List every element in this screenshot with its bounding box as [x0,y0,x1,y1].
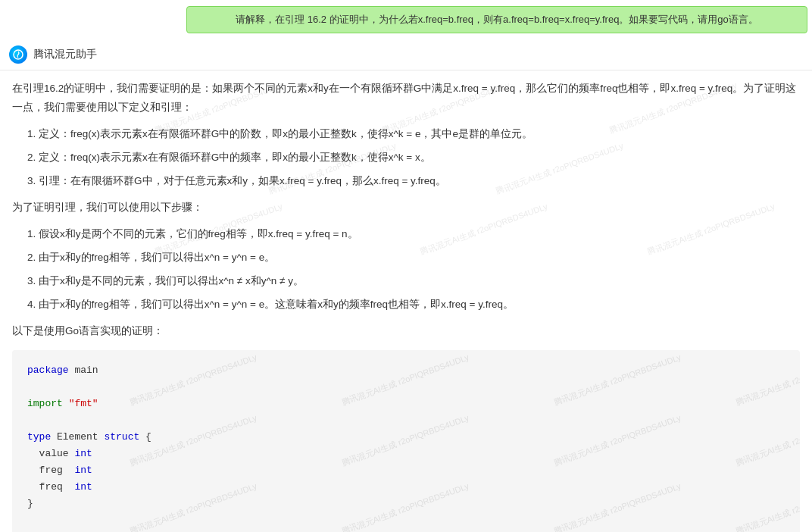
code-block: 腾讯混元AI生成 r2oPIQRBDS4UDLy 腾讯混元AI生成 r2oPIQ… [12,350,800,532]
main-content: 腾讯混元AI生成 r2oPIQRBDS4UDLy 腾讯混元AI生成 r2oPIQ… [0,70,812,532]
code-line-2 [27,379,785,396]
code-package-name: main [74,365,98,376]
step-2: 2. 由于x和y的freg相等，我们可以得出x^n = y^n = e。 [27,249,800,268]
code-line-10 [27,513,785,530]
paragraph-3: 以下是使用Go语言实现的证明： [12,322,800,341]
code-line-1: package main [27,362,785,379]
code-indent [27,448,39,459]
code-line-3: import "fmt" [27,396,785,412]
notification-text: 请解释，在引理 16.2 的证明中，为什么若x.freq=b.freq，则有a.… [236,14,758,25]
keyword-type: type [27,431,51,443]
definition-1: 1. 定义：freg(x)表示元素x在有限循环群G中的阶数，即x的最小正整数k，… [27,125,800,144]
code-line-5: type Element struct { [27,429,785,446]
keyword-import: import [27,398,63,409]
code-line-8: freq int [27,479,785,496]
type-int-1: int [74,448,92,459]
definition-2: 2. 定义：freq(x)表示元素x在有限循环群G中的频率，即x的最小正整数k，… [27,149,800,167]
definition-3: 3. 引理：在有限循环群G中，对于任意元素x和y，如果x.freq = y.fr… [27,172,800,191]
field-freq: freq [39,481,75,493]
paragraph-2: 为了证明引理，我们可以使用以下步骤： [12,199,800,217]
app-logo [9,45,27,64]
type-int-2: int [74,465,92,476]
code-line-4 [27,412,785,429]
step-3: 3. 由于x和y是不同的元素，我们可以得出x^n ≠ x和y^n ≠ y。 [27,272,800,291]
paragraph-1: 在引理16.2的证明中，我们需要证明的是：如果两个不同的元素x和y在一个有限循环… [12,80,800,117]
code-brace-close: } [27,498,33,509]
code-line-11: func main() { [27,530,785,532]
header: 腾讯混元助手 [0,39,812,70]
app-title: 腾讯混元助手 [33,48,97,61]
definitions-list: 1. 定义：freg(x)表示元素x在有限循环群G中的阶数，即x的最小正整数k，… [27,125,800,191]
logo-icon [12,49,24,61]
type-int-3: int [74,481,92,493]
step-1: 1. 假设x和y是两个不同的元素，它们的freg相等，即x.freq = y.f… [27,225,800,244]
code-line-6: value int [27,446,785,462]
code-type-element: Element [51,431,104,443]
field-value: value [39,448,75,459]
code-indent-3 [27,481,39,493]
code-brace-open: { [139,431,151,443]
notification-bar: 请解释，在引理 16.2 的证明中，为什么若x.freq=b.freq，则有a.… [186,6,807,33]
keyword-struct: struct [104,431,139,443]
code-line-9: } [27,496,785,512]
keyword-package: package [27,365,69,376]
code-indent-2 [27,465,39,476]
import-fmt: "fmt" [69,398,98,409]
step-4: 4. 由于x和y的freg相等，我们可以得出x^n = y^n = e。这意味着… [27,296,800,315]
code-line-7: freg int [27,462,785,479]
steps-list: 1. 假设x和y是两个不同的元素，它们的freg相等，即x.freq = y.f… [27,225,800,315]
field-freg: freg [39,465,75,476]
